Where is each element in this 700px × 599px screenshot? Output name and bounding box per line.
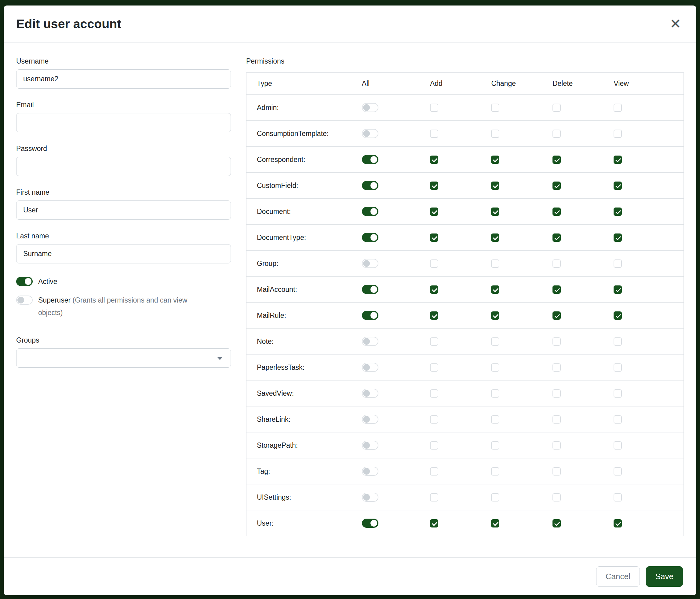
permission-delete-checkbox[interactable]	[552, 493, 561, 502]
permission-change-checkbox[interactable]	[491, 493, 499, 502]
permission-view-checkbox[interactable]	[614, 260, 622, 268]
permission-add-checkbox[interactable]	[430, 415, 438, 424]
permission-change-checkbox[interactable]	[491, 519, 499, 527]
permission-view-checkbox[interactable]	[614, 234, 622, 242]
permission-delete-checkbox[interactable]	[552, 129, 561, 138]
permission-add-checkbox[interactable]	[430, 285, 438, 294]
password-field[interactable]	[16, 157, 231, 176]
permission-add-checkbox[interactable]	[430, 441, 438, 450]
permission-view-checkbox[interactable]	[614, 311, 622, 320]
permission-view-checkbox[interactable]	[614, 103, 622, 112]
username-input[interactable]	[16, 69, 231, 89]
permission-delete-checkbox[interactable]	[552, 103, 561, 112]
permission-change-checkbox[interactable]	[491, 441, 499, 450]
permission-add-checkbox[interactable]	[430, 208, 438, 216]
permission-all-toggle[interactable]	[362, 207, 378, 216]
permission-change-checkbox[interactable]	[491, 234, 499, 242]
permission-view-checkbox[interactable]	[614, 467, 622, 476]
permission-all-toggle[interactable]	[362, 129, 378, 138]
permission-change-checkbox[interactable]	[491, 260, 499, 268]
permission-add-checkbox[interactable]	[430, 467, 438, 476]
permission-all-toggle[interactable]	[362, 155, 378, 164]
permission-change-checkbox[interactable]	[491, 337, 499, 346]
permission-all-toggle[interactable]	[362, 259, 378, 268]
permission-add-checkbox[interactable]	[430, 234, 438, 242]
permission-delete-checkbox[interactable]	[552, 441, 561, 450]
groups-select[interactable]	[16, 349, 231, 368]
permission-add-checkbox[interactable]	[430, 260, 438, 268]
permission-view-checkbox[interactable]	[614, 389, 622, 398]
cancel-button[interactable]: Cancel	[596, 566, 640, 587]
permission-view-checkbox[interactable]	[614, 415, 622, 424]
permission-type-label: Tag:	[257, 467, 270, 475]
permission-type-cell: StoragePath:	[247, 432, 362, 458]
permission-all-toggle[interactable]	[362, 389, 378, 398]
permission-view-checkbox[interactable]	[614, 519, 622, 527]
permission-change-checkbox[interactable]	[491, 129, 499, 138]
permission-change-checkbox[interactable]	[491, 285, 499, 294]
permission-add-checkbox[interactable]	[430, 493, 438, 502]
permission-all-toggle[interactable]	[362, 181, 378, 190]
permission-all-toggle[interactable]	[362, 311, 378, 320]
permission-add-checkbox[interactable]	[430, 103, 438, 112]
permission-delete-checkbox[interactable]	[552, 182, 561, 190]
superuser-toggle[interactable]	[16, 295, 33, 305]
permission-view-checkbox[interactable]	[614, 493, 622, 502]
permission-delete-checkbox[interactable]	[552, 234, 561, 242]
permission-add-checkbox[interactable]	[430, 337, 438, 346]
permission-change-checkbox[interactable]	[491, 389, 499, 398]
permission-row: UISettings:	[247, 484, 684, 510]
permission-add-checkbox[interactable]	[430, 155, 438, 164]
permission-add-checkbox[interactable]	[430, 389, 438, 398]
permission-add-checkbox[interactable]	[430, 311, 438, 320]
permission-view-checkbox[interactable]	[614, 129, 622, 138]
save-button[interactable]: Save	[646, 566, 683, 587]
permission-view-checkbox[interactable]	[614, 441, 622, 450]
permission-add-checkbox[interactable]	[430, 519, 438, 527]
permission-all-toggle[interactable]	[362, 285, 378, 294]
permission-delete-checkbox[interactable]	[552, 389, 561, 398]
permission-all-toggle[interactable]	[362, 337, 378, 346]
permission-change-checkbox[interactable]	[491, 103, 499, 112]
permission-delete-checkbox[interactable]	[552, 363, 561, 372]
permission-change-checkbox[interactable]	[491, 155, 499, 164]
permission-change-checkbox[interactable]	[491, 208, 499, 216]
permission-change-checkbox[interactable]	[491, 182, 499, 190]
permission-all-toggle[interactable]	[362, 493, 378, 502]
email-field[interactable]	[16, 113, 231, 132]
permission-delete-checkbox[interactable]	[552, 467, 561, 476]
permission-delete-checkbox[interactable]	[552, 415, 561, 424]
permission-all-toggle[interactable]	[362, 467, 378, 476]
permission-delete-checkbox[interactable]	[552, 311, 561, 320]
permission-all-toggle[interactable]	[362, 415, 378, 424]
permission-delete-checkbox[interactable]	[552, 155, 561, 164]
permission-delete-checkbox[interactable]	[552, 260, 561, 268]
permission-change-checkbox[interactable]	[491, 467, 499, 476]
permission-change-checkbox[interactable]	[491, 363, 499, 372]
permission-all-toggle[interactable]	[362, 441, 378, 450]
first-name-field[interactable]	[16, 200, 231, 220]
permission-view-checkbox[interactable]	[614, 337, 622, 346]
permission-change-checkbox[interactable]	[491, 311, 499, 320]
permission-all-toggle[interactable]	[362, 519, 378, 528]
last-name-field[interactable]	[16, 244, 231, 263]
permission-all-toggle[interactable]	[362, 233, 378, 242]
permission-add-checkbox[interactable]	[430, 363, 438, 372]
permission-view-checkbox[interactable]	[614, 285, 622, 294]
permission-view-checkbox[interactable]	[614, 155, 622, 164]
permission-all-toggle[interactable]	[362, 103, 378, 112]
permission-delete-checkbox[interactable]	[552, 208, 561, 216]
permission-view-checkbox[interactable]	[614, 208, 622, 216]
active-toggle[interactable]	[16, 277, 33, 286]
permission-change-checkbox[interactable]	[491, 415, 499, 424]
close-button[interactable]: ✕	[669, 17, 682, 30]
permission-delete-checkbox[interactable]	[552, 337, 561, 346]
permission-add-checkbox[interactable]	[430, 129, 438, 138]
permission-view-checkbox[interactable]	[614, 182, 622, 190]
permission-view-checkbox[interactable]	[614, 363, 622, 372]
permission-type-label: PaperlessTask:	[257, 363, 304, 371]
permission-delete-checkbox[interactable]	[552, 285, 561, 294]
permission-delete-checkbox[interactable]	[552, 519, 561, 527]
permission-all-toggle[interactable]	[362, 363, 378, 372]
permission-add-checkbox[interactable]	[430, 182, 438, 190]
